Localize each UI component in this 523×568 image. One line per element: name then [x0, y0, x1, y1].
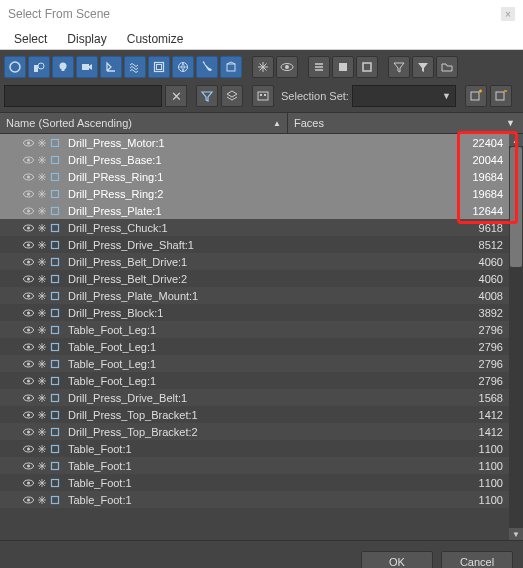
visibility-icon[interactable]	[23, 154, 34, 165]
menu-customize[interactable]: Customize	[127, 32, 184, 46]
filter2-icon[interactable]	[412, 56, 434, 78]
scroll-thumb[interactable]	[510, 147, 522, 267]
bone-icon[interactable]	[196, 56, 218, 78]
search-input[interactable]	[4, 85, 162, 107]
spacewarp-icon[interactable]	[124, 56, 146, 78]
freeze-icon[interactable]	[36, 154, 47, 165]
table-row[interactable]: Drill_Press_Plate_Mount:14008	[0, 287, 509, 304]
freeze-icon[interactable]	[36, 460, 47, 471]
visibility-icon[interactable]	[23, 409, 34, 420]
visibility-icon[interactable]	[23, 171, 34, 182]
container-icon[interactable]	[220, 56, 242, 78]
table-row[interactable]: Drill_Press_Drive_Belt:11568	[0, 389, 509, 406]
freeze-icon[interactable]	[36, 426, 47, 437]
menu-select[interactable]: Select	[14, 32, 47, 46]
freeze-icon[interactable]	[36, 188, 47, 199]
selection-set-dropdown[interactable]: ▼	[352, 85, 456, 107]
freeze-icon[interactable]	[36, 171, 47, 182]
close-button[interactable]: ×	[501, 7, 515, 21]
visibility-icon[interactable]	[23, 239, 34, 250]
folder-icon[interactable]	[436, 56, 458, 78]
visibility-icon[interactable]	[23, 358, 34, 369]
visibility-icon[interactable]	[23, 341, 34, 352]
table-row[interactable]: Drill_Press_Block:13892	[0, 304, 509, 321]
table-row[interactable]: Drill_Press_Belt_Drive:24060	[0, 270, 509, 287]
ok-button[interactable]: OK	[361, 551, 433, 569]
table-row[interactable]: Drill_Press_Base:120044	[0, 151, 509, 168]
table-row[interactable]: Drill_PRess_Ring:119684	[0, 168, 509, 185]
table-row[interactable]: Drill_Press_Chuck:19618	[0, 219, 509, 236]
table-row[interactable]: Table_Foot:11100	[0, 474, 509, 491]
table-row[interactable]: Drill_PRess_Ring:219684	[0, 185, 509, 202]
freeze-icon[interactable]	[36, 273, 47, 284]
visibility-icon[interactable]	[23, 392, 34, 403]
eye-icon[interactable]	[276, 56, 298, 78]
freeze-icon[interactable]	[36, 290, 47, 301]
layers-icon[interactable]	[221, 85, 243, 107]
freeze-icon[interactable]	[36, 494, 47, 505]
selset-remove-icon[interactable]	[490, 85, 512, 107]
visibility-icon[interactable]	[23, 256, 34, 267]
scroll-up-icon[interactable]: ▲	[509, 134, 523, 146]
table-row[interactable]: Table_Foot_Leg:12796	[0, 321, 509, 338]
filter-icon[interactable]	[388, 56, 410, 78]
freeze-icon[interactable]	[36, 307, 47, 318]
rect-icon[interactable]	[332, 56, 354, 78]
table-row[interactable]: Table_Foot:11100	[0, 491, 509, 508]
menu-display[interactable]: Display	[67, 32, 106, 46]
visibility-icon[interactable]	[23, 188, 34, 199]
visibility-icon[interactable]	[23, 273, 34, 284]
visibility-icon[interactable]	[23, 494, 34, 505]
scrollbar[interactable]: ▲ ▼	[509, 134, 523, 540]
freeze-icon[interactable]	[36, 358, 47, 369]
selset-add-icon[interactable]	[465, 85, 487, 107]
freeze-icon[interactable]	[36, 137, 47, 148]
visibility-icon[interactable]	[23, 205, 34, 216]
circle-icon[interactable]	[4, 56, 26, 78]
cancel-button[interactable]: Cancel	[441, 551, 513, 569]
table-row[interactable]: Drill_Press_Top_Bracket:21412	[0, 423, 509, 440]
freeze-icon[interactable]	[36, 375, 47, 386]
shapes-icon[interactable]	[28, 56, 50, 78]
freeze-icon[interactable]	[36, 341, 47, 352]
snowflake-icon[interactable]	[252, 56, 274, 78]
table-row[interactable]: Table_Foot_Leg:12796	[0, 372, 509, 389]
freeze-icon[interactable]	[36, 256, 47, 267]
table-row[interactable]: Drill_Press_Plate:112644	[0, 202, 509, 219]
visibility-icon[interactable]	[23, 290, 34, 301]
freeze-icon[interactable]	[36, 324, 47, 335]
freeze-icon[interactable]	[36, 222, 47, 233]
freeze-icon[interactable]	[36, 205, 47, 216]
table-row[interactable]: Drill_Press_Top_Bracket:11412	[0, 406, 509, 423]
visibility-icon[interactable]	[23, 426, 34, 437]
visibility-icon[interactable]	[23, 460, 34, 471]
visibility-icon[interactable]	[23, 222, 34, 233]
table-row[interactable]: Table_Foot:11100	[0, 457, 509, 474]
list-icon[interactable]	[308, 56, 330, 78]
freeze-icon[interactable]	[36, 477, 47, 488]
visibility-icon[interactable]	[23, 324, 34, 335]
rect2-icon[interactable]	[356, 56, 378, 78]
table-row[interactable]: Drill_Press_Drive_Shaft:18512	[0, 236, 509, 253]
table-row[interactable]: Drill_Press_Belt_Drive:14060	[0, 253, 509, 270]
table-row[interactable]: Table_Foot_Leg:12796	[0, 338, 509, 355]
header-menu-icon[interactable]: ▼	[506, 118, 515, 128]
header-faces[interactable]: Faces	[288, 117, 523, 129]
freeze-icon[interactable]	[36, 392, 47, 403]
visibility-icon[interactable]	[23, 443, 34, 454]
group-icon[interactable]	[148, 56, 170, 78]
freeze-icon[interactable]	[36, 443, 47, 454]
visibility-icon[interactable]	[23, 375, 34, 386]
table-row[interactable]: Table_Foot_Leg:12796	[0, 355, 509, 372]
camera-icon[interactable]	[76, 56, 98, 78]
selset-icon[interactable]	[252, 85, 274, 107]
freeze-icon[interactable]	[36, 239, 47, 250]
clear-search-button[interactable]: ✕	[165, 85, 187, 107]
visibility-icon[interactable]	[23, 477, 34, 488]
scroll-down-icon[interactable]: ▼	[509, 528, 523, 540]
helper-icon[interactable]	[100, 56, 122, 78]
visibility-icon[interactable]	[23, 307, 34, 318]
header-name[interactable]: Name (Sorted Ascending) ▲	[0, 113, 288, 133]
table-row[interactable]: Drill_Press_Motor:122404	[0, 134, 509, 151]
freeze-icon[interactable]	[36, 409, 47, 420]
